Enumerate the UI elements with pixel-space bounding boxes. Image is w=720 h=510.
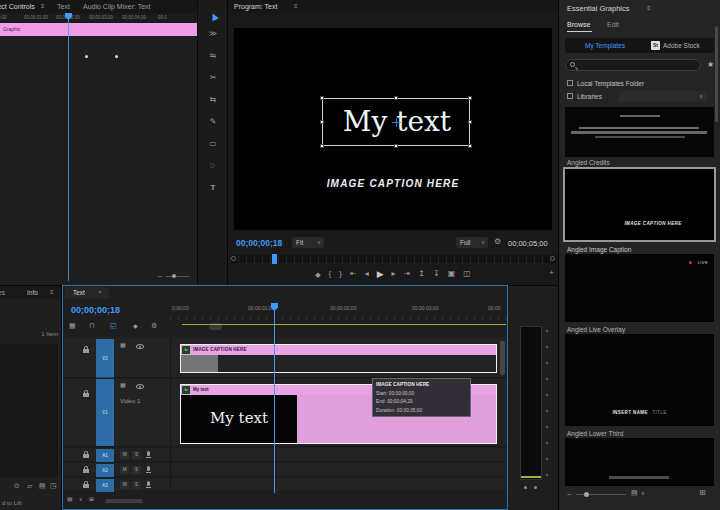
audio-meter[interactable]: [520, 326, 542, 480]
meter-button[interactable]: [534, 486, 537, 489]
razor-tool[interactable]: ✂: [198, 74, 228, 82]
scrollbar-handle-left[interactable]: [231, 256, 236, 261]
track-visibility-icon[interactable]: [136, 384, 144, 389]
solo-button[interactable]: S: [132, 481, 141, 489]
button-editor-button[interactable]: +: [549, 269, 554, 277]
tab-text[interactable]: Text: [57, 3, 70, 10]
keyframe-dot[interactable]: [115, 55, 118, 58]
program-video-canvas[interactable]: My text IMAGE CAPTION HERE: [234, 28, 552, 230]
track-select-forward-tool[interactable]: ≫: [198, 30, 228, 38]
mute-button[interactable]: M: [120, 451, 129, 459]
timeline-horizontal-scrollbar[interactable]: [105, 499, 143, 503]
panel-menu-icon[interactable]: ≡: [41, 3, 45, 9]
type-tool[interactable]: T: [198, 184, 228, 192]
program-scrubber[interactable]: [230, 255, 556, 263]
lift-button[interactable]: ↥: [418, 270, 425, 278]
my-templates-tab[interactable]: My Templates: [565, 38, 645, 53]
mute-button[interactable]: M: [120, 466, 129, 474]
timeline-settings-icon[interactable]: ⚙: [151, 322, 157, 329]
template-thumb-angled-image-caption[interactable]: IMAGE CAPTION HERE: [563, 167, 716, 242]
text-layer-selection-box[interactable]: My text: [322, 98, 470, 146]
install-motion-graphics-icon[interactable]: ▤: [631, 489, 638, 496]
chevron-down-icon[interactable]: ∨: [641, 491, 645, 496]
tab-info[interactable]: Info: [27, 289, 38, 296]
sync-lock-icon[interactable]: ▦: [120, 382, 126, 388]
add-marker-button[interactable]: ◆: [315, 271, 320, 278]
export-frame-button[interactable]: ▣: [448, 270, 456, 278]
zoom-icon[interactable]: ⊙: [14, 482, 20, 489]
lock-icon[interactable]: [83, 466, 89, 473]
track-target-a3[interactable]: A3: [96, 479, 114, 492]
tab-libraries[interactable]: Libraries: [0, 289, 5, 296]
panel-menu-icon[interactable]: ≡: [294, 3, 298, 9]
sync-lock-icon[interactable]: ▦: [120, 342, 126, 348]
effect-controls-playhead[interactable]: [68, 13, 69, 281]
list-view-icon[interactable]: ▤: [39, 482, 46, 489]
play-button[interactable]: ▶: [377, 270, 384, 279]
selection-tool[interactable]: ▶: [198, 6, 228, 24]
voiceover-record-icon[interactable]: [147, 466, 150, 471]
selection-handle[interactable]: [320, 144, 324, 148]
step-back-button[interactable]: ◂: [365, 270, 369, 278]
template-thumb-angled-lower-third[interactable]: INSERT NAME TITLE: [565, 334, 714, 426]
selection-handle[interactable]: [320, 96, 324, 100]
template-thumb-angled-live-overlay[interactable]: LIVE: [565, 254, 714, 322]
anchor-point-icon[interactable]: [396, 118, 397, 127]
lock-icon[interactable]: [83, 390, 89, 397]
panel-menu-icon[interactable]: ≡: [50, 289, 54, 295]
new-layout-icon[interactable]: ⊞: [699, 489, 706, 497]
zoom-slider-knob[interactable]: [172, 274, 176, 278]
selection-handle[interactable]: [468, 96, 472, 100]
program-current-timecode[interactable]: 00;00;00;18: [236, 238, 282, 248]
template-thumb-partial[interactable]: [565, 438, 714, 486]
track-row-a2[interactable]: [63, 463, 507, 477]
playback-resolution-select[interactable]: Full ∨: [456, 237, 488, 248]
settings-wrench-icon[interactable]: ⚙: [494, 238, 501, 246]
template-thumb-angled-credits[interactable]: [565, 107, 714, 157]
timeline-menu-icon[interactable]: ▦: [69, 322, 76, 329]
step-forward-button[interactable]: ▸: [392, 270, 396, 278]
favorites-star-icon[interactable]: ★: [707, 60, 714, 69]
libraries-select[interactable]: ∨: [619, 91, 707, 102]
hand-tool[interactable]: ☞: [198, 162, 228, 170]
timeline-footer-grid-icon[interactable]: ▤: [67, 496, 73, 502]
go-to-out-button[interactable]: ⇥: [404, 270, 411, 278]
ripple-edit-tool[interactable]: ⇋: [198, 52, 228, 60]
mute-button[interactable]: M: [120, 481, 129, 489]
clip-v2-image-caption[interactable]: fx IMAGE CAPTION HERE: [180, 344, 497, 373]
search-input[interactable]: [565, 59, 701, 71]
track-row-a3[interactable]: [63, 478, 507, 492]
timeline-footer-chevron-icon[interactable]: ∨: [79, 497, 83, 502]
tab-effect-controls[interactable]: Effect Controls: [0, 3, 35, 10]
eg-scrollbar[interactable]: [715, 26, 718, 122]
work-area-bar[interactable]: [182, 324, 506, 325]
solo-button[interactable]: S: [132, 466, 141, 474]
tab-audio-clip-mixer[interactable]: Audio Clip Mixer: Text: [83, 3, 151, 10]
track-name-label[interactable]: Video 1: [120, 398, 140, 404]
mark-in-button[interactable]: {: [329, 270, 332, 278]
timeline-footer-add-icon[interactable]: ⊞: [89, 496, 94, 502]
track-target-v1[interactable]: V1: [96, 379, 114, 446]
fx-badge[interactable]: fx: [182, 386, 190, 394]
graphic-clip-bar[interactable]: Graphic: [0, 23, 197, 36]
lock-icon[interactable]: [83, 346, 89, 353]
scrubber-playhead[interactable]: [272, 254, 277, 264]
track-target-a2[interactable]: A2: [96, 464, 114, 477]
zoom-slider-track[interactable]: [166, 276, 190, 277]
folder-icon[interactable]: ▱: [27, 482, 32, 489]
zoom-level-select[interactable]: Fit ∨: [292, 237, 324, 248]
solo-button[interactable]: S: [132, 451, 141, 459]
lock-icon[interactable]: [83, 481, 89, 488]
tab-browse[interactable]: Browse: [567, 21, 590, 28]
zoom-out-icon[interactable]: –: [158, 272, 162, 279]
keyframe-dot[interactable]: [85, 55, 88, 58]
track-row-a1[interactable]: [63, 448, 507, 462]
mark-out-button[interactable]: }: [339, 270, 342, 278]
tab-program[interactable]: Program: Text: [234, 3, 277, 10]
lock-icon[interactable]: [83, 451, 89, 458]
comparison-view-button[interactable]: ◫: [463, 270, 471, 278]
selection-handle[interactable]: [394, 96, 398, 100]
linked-selection-icon[interactable]: ◱: [110, 322, 117, 330]
selection-handle[interactable]: [468, 120, 472, 124]
timeline-tab[interactable]: Text ×: [65, 287, 109, 299]
